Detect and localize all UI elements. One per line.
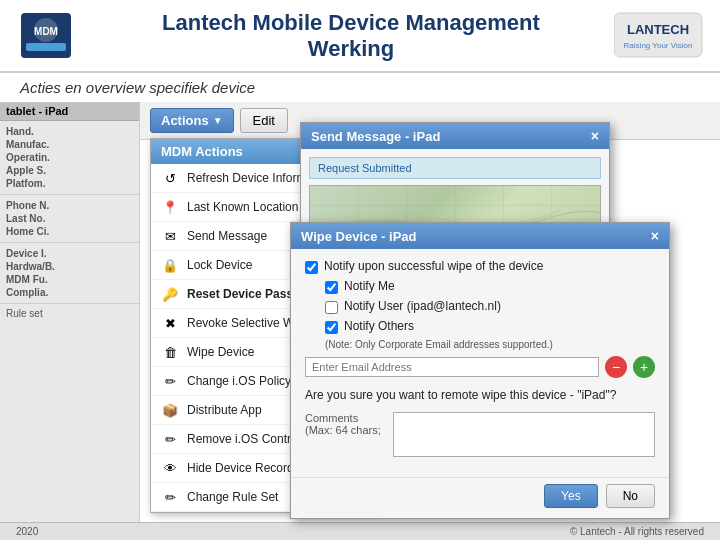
main-title-line1: Lantech Mobile Device Management: [88, 10, 614, 36]
mdm-item-hide-record-label: Hide Device Record: [187, 461, 294, 475]
notify-me-label: Notify Me: [344, 279, 395, 293]
actions-button[interactable]: Actions ▼: [150, 108, 234, 133]
mdm-item-lock-label: Lock Device: [187, 258, 252, 272]
wipe-comments-row: Comments(Max: 64 chars;: [305, 412, 655, 457]
notify-others-label: Notify Others: [344, 319, 414, 333]
wipe-device-close-button[interactable]: ×: [651, 228, 659, 244]
device-info-row: Home Ci.: [6, 225, 133, 238]
svg-rect-3: [26, 43, 66, 51]
wipe-yes-button[interactable]: Yes: [544, 484, 598, 508]
message-icon: ✉: [161, 227, 179, 245]
device-info-row: Manufac.: [6, 138, 133, 151]
send-message-close-button[interactable]: ×: [591, 128, 599, 144]
wipe-comments-input[interactable]: [393, 412, 655, 457]
wipe-notify-user-row: Notify User (ipad@lantech.nl): [325, 299, 655, 314]
edit-button[interactable]: Edit: [240, 108, 288, 133]
lantech-logo: LANTECH Raising Your Vision: [614, 8, 704, 63]
wipe-email-row: − +: [305, 356, 655, 378]
company-logo-left: MDM: [16, 8, 76, 63]
device-list-panel: tablet - iPad Hand. Manufac. Operatin. A…: [0, 102, 140, 532]
send-message-title: Send Message - iPad: [311, 129, 440, 144]
mdm-item-ios-policy-label: Change i.OS Policy: [187, 374, 291, 388]
wipe-notify-main-row: Notify upon successful wipe of the devic…: [305, 259, 655, 274]
remove-ios-icon: ✏: [161, 430, 179, 448]
notify-others-checkbox[interactable]: [325, 321, 338, 334]
device-info-row: Apple S.: [6, 164, 133, 177]
device-info-row: Last No.: [6, 212, 133, 225]
notify-user-label: Notify User (ipad@lantech.nl): [344, 299, 501, 313]
notify-user-checkbox[interactable]: [325, 301, 338, 314]
wipe-footer: Yes No: [291, 477, 669, 518]
svg-text:MDM: MDM: [34, 26, 58, 37]
footer-rights: © Lantech - All rights reserved: [570, 526, 704, 537]
device-info-row: Platfom.: [6, 177, 133, 190]
app-icon: 📦: [161, 401, 179, 419]
mdm-item-send-message-label: Send Message: [187, 229, 267, 243]
device-list-footer: Rule set: [0, 304, 139, 323]
device-info-section: Hand. Manufac. Operatin. Apple S. Platfo…: [0, 121, 139, 195]
wipe-device-title: Wipe Device - iPad: [301, 229, 416, 244]
subtitle: Acties en overview specifiek device: [0, 73, 720, 102]
revoke-icon: ✖: [161, 314, 179, 332]
mdm-item-remove-ios-label: Remove i.OS Control: [187, 432, 300, 446]
wipe-device-modal: Wipe Device - iPad × Notify upon success…: [290, 222, 670, 519]
lock-icon: 🔒: [161, 256, 179, 274]
device-info-row: Phone N.: [6, 199, 133, 212]
device-info-row: Operatin.: [6, 151, 133, 164]
mdm-item-location-label: Last Known Location: [187, 200, 298, 214]
device-info-row: Hand.: [6, 125, 133, 138]
rule-icon: ✏: [161, 488, 179, 506]
device-info-section2: Phone N. Last No. Home Ci.: [0, 195, 139, 243]
mdm-item-wipe-label: Wipe Device: [187, 345, 254, 359]
footer: 2020 © Lantech - All rights reserved: [0, 522, 720, 540]
wipe-icon: 🗑: [161, 343, 179, 361]
device-info-section3: Device I. Hardwa/B. MDM Fu. Complia.: [0, 243, 139, 304]
wipe-email-add-button[interactable]: +: [633, 356, 655, 378]
wipe-comments-label: Comments(Max: 64 chars;: [305, 412, 385, 436]
policy-icon: ✏: [161, 372, 179, 390]
device-info-row: Device I.: [6, 247, 133, 260]
mdm-item-change-rule-label: Change Rule Set: [187, 490, 278, 504]
notify-label: Notify upon successful wipe of the devic…: [324, 259, 543, 273]
wipe-device-body: Notify upon successful wipe of the devic…: [291, 249, 669, 477]
passcode-icon: 🔑: [161, 285, 179, 303]
actions-caret-icon: ▼: [213, 115, 223, 126]
device-info-row: MDM Fu.: [6, 273, 133, 286]
footer-year: 2020: [16, 526, 38, 537]
wipe-note: (Note: Only Corporate Email addresses su…: [325, 339, 655, 350]
wipe-no-button[interactable]: No: [606, 484, 655, 508]
send-message-status: Request Submitted: [309, 157, 601, 179]
wipe-confirm-text: Are you sure you want to remote wipe thi…: [305, 388, 655, 402]
wipe-notify-me-row: Notify Me: [325, 279, 655, 294]
mdm-item-distribute-app-label: Distribute App: [187, 403, 262, 417]
wipe-notify-others-row: Notify Others: [325, 319, 655, 334]
send-message-title-bar: Send Message - iPad ×: [301, 123, 609, 149]
device-list-header: tablet - iPad: [0, 102, 139, 121]
device-info-row: Complia.: [6, 286, 133, 299]
wipe-email-input[interactable]: [305, 357, 599, 377]
main-content: tablet - iPad Hand. Manufac. Operatin. A…: [0, 102, 720, 532]
notify-me-checkbox[interactable]: [325, 281, 338, 294]
notify-checkbox[interactable]: [305, 261, 318, 274]
wipe-device-title-bar: Wipe Device - iPad ×: [291, 223, 669, 249]
device-info-row: Hardwa/B.: [6, 260, 133, 273]
main-title-line2: Werking: [88, 36, 614, 62]
location-icon: 📍: [161, 198, 179, 216]
hide-icon: 👁: [161, 459, 179, 477]
refresh-icon: ↺: [161, 169, 179, 187]
header-title: Lantech Mobile Device Management Werking: [88, 10, 614, 62]
wipe-email-remove-button[interactable]: −: [605, 356, 627, 378]
svg-text:Raising Your Vision: Raising Your Vision: [624, 41, 693, 50]
header: MDM Lantech Mobile Device Management Wer…: [0, 0, 720, 73]
svg-text:LANTECH: LANTECH: [627, 22, 689, 37]
